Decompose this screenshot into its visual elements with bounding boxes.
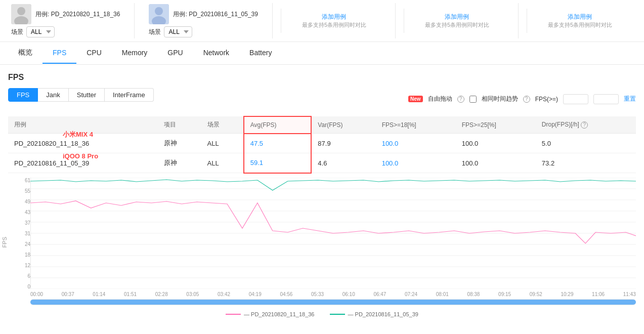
td-drop-2: 73.2 [536,153,636,173]
td-fps-18-1: 100.0 [376,134,456,153]
sub-tabs-row: FPS Jank Stutter InterFrame New 自由拖动 ? 相… [8,88,636,110]
svg-point-4 [155,7,163,15]
th-avg-fps: Avg(FPS) [244,116,312,134]
y-label-49: 49 [8,199,30,204]
tab-overview[interactable]: 概览 [8,42,42,64]
y-label-61: 61 [8,178,30,183]
x-label-14: 08:38 [467,291,480,297]
tab-battery[interactable]: Battery [239,43,282,64]
fps-table: 用例 项目 场景 Avg(FPS) Var(FPS) FPS>=18[%] FP… [8,116,636,174]
reset-button[interactable]: 重置 [624,95,636,103]
y-label-18: 18 [8,252,30,258]
tab-memory[interactable]: Memory [112,43,158,64]
drop-fps-help-icon[interactable]: ? [581,121,588,129]
tab-fps[interactable]: FPS [42,43,76,64]
x-label-0: 00:00 [30,291,43,297]
x-label-11: 06:47 [373,291,386,297]
y-label-0: 0 [8,284,30,289]
case-label-1: 用例: PD_20210820_11_18_36 [35,10,120,19]
case-label-2: 用例: PD_20210816_11_05_39 [173,10,257,19]
scene-text-1: 场景 [11,28,23,36]
add-case-sub-3: 最多支持5条用例同时对比 [548,21,612,29]
add-case-btn-1[interactable]: 添加用例 最多支持5条用例同时对比 [281,9,387,33]
sub-tab-jank[interactable]: Jank [38,88,68,102]
y-label-43: 43 [8,210,30,215]
auto-drag-help-icon[interactable]: ? [457,96,464,103]
add-case-btn-2[interactable]: 添加用例 最多支持5条用例同时对比 [404,9,510,33]
same-time-trend-checkbox[interactable] [469,96,477,103]
y-axis-title: FPS [2,237,8,247]
td-avg-fps-2: 59.1 [244,153,312,173]
divider-1 [134,3,135,38]
same-time-trend-help-icon[interactable]: ? [523,96,530,103]
td-fps-25-1: 100.0 [456,134,536,153]
legend-item-2: — PD_20210816_11_05_39 [330,311,418,317]
th-var-fps: Var(FPS) [311,116,375,134]
x-label-19: 11:43 [623,291,636,297]
sub-tab-stutter[interactable]: Stutter [69,88,105,102]
divider-4 [518,3,519,38]
td-var-fps-1: 87.9 [311,134,375,153]
x-label-2: 01:14 [93,291,105,297]
legend-line-1 [226,314,241,315]
legend-label-2: — PD_20210816_11_05_39 [348,311,418,317]
table-wrapper: 小米MIX 4 iQOO 8 Pro 用例 项目 场景 Avg(FPS) Var… [8,116,636,174]
new-badge: New [408,96,423,102]
add-case-btn-3[interactable]: 添加用例 最多支持5条用例同时对比 [527,9,633,33]
table-header-row: 用例 项目 场景 Avg(FPS) Var(FPS) FPS>=18[%] FP… [8,116,636,134]
sub-tab-interframe[interactable]: InterFrame [105,88,154,102]
case-block-2: 用例: PD_20210816_11_05_39 场景 ALL [143,2,264,39]
chart-legend: — PD_20210820_11_18_36 — PD_20210816_11_… [8,307,636,321]
td-project-1: 原神 [158,134,201,153]
x-label-8: 04:56 [280,291,292,297]
chart-scrollbar[interactable] [30,299,636,305]
tab-network[interactable]: Network [193,43,239,64]
annotation-device-1: 小米MIX 4 [63,130,93,139]
fps-val2-input[interactable]: 25 [593,94,619,104]
scene-row-1: 场景 ALL [11,26,120,37]
toolbar: New 自由拖动 ? 相同时间趋势 ? FPS(>=) 18 25 重置 [408,94,636,104]
th-project: 项目 [158,116,201,134]
scene-row-2: 场景 ALL [149,26,257,37]
divider-3 [395,3,396,38]
scene-select-2[interactable]: ALL [164,26,192,37]
avatar-1 [11,4,31,24]
add-case-label-3: 添加用例 [568,13,592,21]
y-label-55: 55 [8,188,30,194]
divider-2 [272,3,273,38]
same-time-trend-label: 相同时间趋势 [482,95,518,103]
chart-scrollbar-thumb[interactable] [30,300,636,305]
tab-gpu[interactable]: GPU [157,43,193,64]
y-label-12: 12 [8,263,30,268]
fps-val1-input[interactable]: 18 [563,94,588,104]
td-drop-1: 5.0 [536,134,636,153]
scene-select-1[interactable]: ALL [26,26,55,37]
x-label-13: 08:01 [436,291,449,297]
td-project-2: 原神 [158,153,201,173]
top-bar: 用例: PD_20210820_11_18_36 场景 ALL 用例: PD_2… [0,0,644,42]
annotation-device-2: iQOO 8 Pro [63,152,98,160]
x-axis-labels: 00:00 00:37 01:14 01:51 02:28 03:05 03:4… [30,290,636,297]
main-content: FPS FPS Jank Stutter InterFrame New 自由拖动… [0,65,644,321]
td-var-fps-2: 4.6 [311,153,375,173]
th-scene: 场景 [201,116,244,134]
svg-point-1 [17,7,25,15]
x-label-4: 02:28 [155,291,168,297]
td-avg-fps-1: 47.5 [244,134,312,153]
x-label-6: 03:42 [218,291,230,297]
chart-svg [30,178,636,289]
sub-tab-fps[interactable]: FPS [8,88,38,102]
x-label-12: 07:24 [405,291,417,297]
add-case-label-1: 添加用例 [322,13,346,21]
td-scene-2: ALL [201,153,244,173]
legend-label-1: — PD_20210820_11_18_36 [244,311,314,317]
tab-cpu[interactable]: CPU [76,43,112,64]
x-label-17: 10:29 [561,291,573,297]
chart-with-yaxis: FPS 61 55 49 43 37 31 24 18 12 6 0 [8,178,636,290]
legend-line-2 [330,314,345,315]
th-drop-fps: Drop(FPS)[/h] ? [536,116,636,134]
case-block-1: 用例: PD_20210820_11_18_36 场景 ALL [5,2,126,39]
y-label-37: 37 [8,220,30,226]
legend-item-1: — PD_20210820_11_18_36 [226,311,314,317]
auto-drag-label: 自由拖动 [428,95,452,103]
